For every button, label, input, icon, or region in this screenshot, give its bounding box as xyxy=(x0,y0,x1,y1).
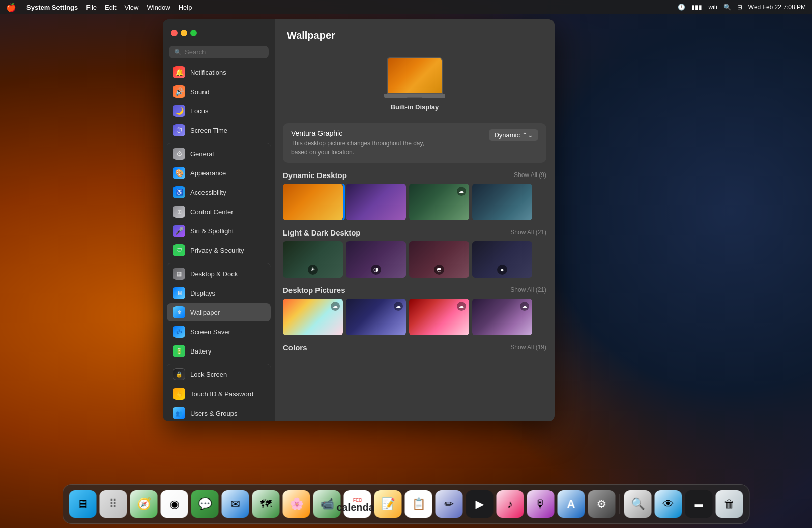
show-all-colors[interactable]: Show All (19) xyxy=(510,344,546,351)
sidebar-item-siri[interactable]: 🎤 Siri & Spotlight xyxy=(167,222,271,240)
sidebar-item-lockscreen[interactable]: 🔒 Lock Screen xyxy=(167,364,271,384)
notifications-icon: 🔔 xyxy=(173,66,185,78)
dock-item-launchpad[interactable]: ⠿ xyxy=(100,490,127,518)
sidebar-item-notifications[interactable]: 🔔 Notifications xyxy=(167,63,271,81)
dock-item-settings[interactable]: ⚙ xyxy=(588,490,616,518)
dock-item-calendar[interactable]: FEB calendar xyxy=(344,490,371,518)
dock-item-music[interactable]: ♪ xyxy=(497,490,524,518)
control-center-icon[interactable]: ⊟ xyxy=(737,4,742,11)
dock-item-photos[interactable]: 🌸 xyxy=(283,490,310,518)
dock-item-chrome[interactable]: ◉ xyxy=(161,490,188,518)
close-button[interactable] xyxy=(171,30,178,36)
datetime-display[interactable]: Wed Feb 22 7:08 PM xyxy=(748,4,806,11)
thumbnail-ld4[interactable]: ● xyxy=(472,241,532,278)
dock-item-appstore[interactable]: A xyxy=(558,490,585,518)
freeform-icon: ✏ xyxy=(445,497,454,511)
thumbnail-dd2[interactable] xyxy=(346,184,406,220)
sidebar-item-desktopdock[interactable]: ▦ Desktop & Dock xyxy=(167,263,271,283)
sidebar-item-controlcenter[interactable]: ⊞ Control Center xyxy=(167,202,271,221)
sidebar: 🔍 🔔 Notifications 🔊 Sound 🌙 Focus ⏱ Scre… xyxy=(163,19,275,421)
fullscreen-button[interactable] xyxy=(190,30,197,36)
lockscreen-icon: 🔒 xyxy=(173,368,185,380)
mode-icon-ld1: ☀ xyxy=(308,265,318,275)
search-menubar-icon[interactable]: 🔍 xyxy=(723,4,731,11)
sound-icon: 🔊 xyxy=(173,85,185,98)
privacy-icon: 🛡 xyxy=(173,244,185,256)
dock-item-mail[interactable]: ✉ xyxy=(222,490,249,518)
menubar-window[interactable]: Window xyxy=(147,4,170,11)
show-all-lightdark[interactable]: Show All (21) xyxy=(510,229,546,236)
appletv-icon: ▶ xyxy=(475,497,484,511)
displays-icon: 🖥 xyxy=(173,287,185,299)
sidebar-label-screensaver: Screen Saver xyxy=(190,328,230,336)
show-all-desktoppictures[interactable]: Show All (21) xyxy=(510,286,546,294)
thumbnail-dd3[interactable]: ☁ xyxy=(409,184,469,220)
search-box[interactable]: 🔍 xyxy=(169,46,269,58)
dynamic-selector[interactable]: Dynamic ⌃⌄ xyxy=(489,129,538,141)
sidebar-item-screensaver[interactable]: 💤 Screen Saver xyxy=(167,322,271,341)
minimize-button[interactable] xyxy=(181,30,187,36)
menubar-edit[interactable]: Edit xyxy=(105,4,116,11)
spotlight-magnifier-icon: 🔍 xyxy=(631,497,645,511)
dock-item-safari[interactable]: 🧭 xyxy=(130,490,158,518)
dock-item-podcasts[interactable]: 🎙 xyxy=(527,490,555,518)
dock-item-messages[interactable]: 💬 xyxy=(191,490,219,518)
dock-item-freeform[interactable]: ✏ xyxy=(436,490,463,518)
sidebar-item-privacy[interactable]: 🛡 Privacy & Security xyxy=(167,241,271,259)
cloud-icon-dp4: ☁ xyxy=(520,302,529,311)
sidebar-label-sound: Sound xyxy=(190,88,210,96)
thumbnail-dp1[interactable]: ☁ xyxy=(283,299,343,335)
preview-icon: 👁 xyxy=(663,497,674,511)
thumbnail-ld3[interactable]: ◓ xyxy=(409,241,469,278)
sidebar-item-general[interactable]: ⚙ General xyxy=(167,143,271,163)
thumbnail-dd4[interactable] xyxy=(472,184,532,220)
dock-item-appletv[interactable]: ▶ xyxy=(466,490,494,518)
thumbnail-dp4[interactable]: ☁ xyxy=(472,299,532,335)
sidebar-item-touchid[interactable]: 👆 Touch ID & Password xyxy=(167,385,271,403)
dock-item-maps[interactable]: 🗺 xyxy=(252,490,280,518)
thumbnail-ld2[interactable]: ◑ xyxy=(346,241,406,278)
show-all-dynamic[interactable]: Show All (9) xyxy=(514,171,546,179)
menubar-app-name[interactable]: System Settings xyxy=(26,4,78,11)
menubar-view[interactable]: View xyxy=(125,4,139,11)
sidebar-item-screentime[interactable]: ⏱ Screen Time xyxy=(167,121,271,139)
dock-item-preview[interactable]: 👁 xyxy=(655,490,682,518)
sidebar-item-battery[interactable]: 🔋 Battery xyxy=(167,342,271,360)
sidebar-item-displays[interactable]: 🖥 Displays xyxy=(167,284,271,302)
dock-item-finder[interactable]: 🖥 xyxy=(69,490,97,518)
notes-icon: 📝 xyxy=(381,497,395,511)
dock-item-trash[interactable]: 🗑 xyxy=(716,490,743,518)
sidebar-item-sound[interactable]: 🔊 Sound xyxy=(167,82,271,101)
battery-sidebar-icon: 🔋 xyxy=(173,345,185,357)
laptop-preview xyxy=(387,57,443,98)
thumbnail-dd1[interactable] xyxy=(283,184,343,220)
dock-item-notes[interactable]: 📝 xyxy=(374,490,402,518)
screensaver-icon: 💤 xyxy=(173,326,185,338)
dock-item-spotlight[interactable]: 🔍 xyxy=(624,490,652,518)
sidebar-label-siri: Siri & Spotlight xyxy=(190,227,234,235)
time-machine-icon[interactable]: 🕐 xyxy=(678,4,685,11)
menubar-help[interactable]: Help xyxy=(179,4,192,11)
search-input[interactable] xyxy=(185,48,264,56)
sidebar-item-wallpaper[interactable]: ❄ Wallpaper xyxy=(167,303,271,321)
dock-item-reminders[interactable]: 📋 xyxy=(405,490,432,518)
launchpad-icon: ⠿ xyxy=(109,497,118,511)
apple-menu[interactable]: 🍎 xyxy=(6,3,16,12)
section-colors: Colors Show All (19) xyxy=(283,343,546,352)
thumbnail-img-dd1 xyxy=(283,184,343,220)
sidebar-item-appearance[interactable]: 🎨 Appearance xyxy=(167,164,271,182)
safari-icon: 🧭 xyxy=(137,497,151,511)
sidebar-item-accessibility[interactable]: ♿ Accessibility xyxy=(167,183,271,201)
sidebar-item-focus[interactable]: 🌙 Focus xyxy=(167,102,271,120)
menubar-file[interactable]: File xyxy=(86,4,97,11)
thumbnail-dp3[interactable]: ☁ xyxy=(409,299,469,335)
section-header-dynamic: Dynamic Desktop Show All (9) xyxy=(283,171,546,180)
settings-icon: ⚙ xyxy=(597,497,607,511)
dock-item-notchbar[interactable]: ▬ xyxy=(685,490,713,518)
wifi-icon[interactable]: wifi xyxy=(708,4,717,11)
section-title-colors: Colors xyxy=(283,343,307,352)
thumbnail-ld1[interactable]: ☀ xyxy=(283,241,343,278)
sidebar-item-users[interactable]: 👥 Users & Groups xyxy=(167,404,271,421)
battery-icon[interactable]: ▮▮▮ xyxy=(691,4,702,11)
thumbnail-dp2[interactable]: ☁ xyxy=(346,299,406,335)
